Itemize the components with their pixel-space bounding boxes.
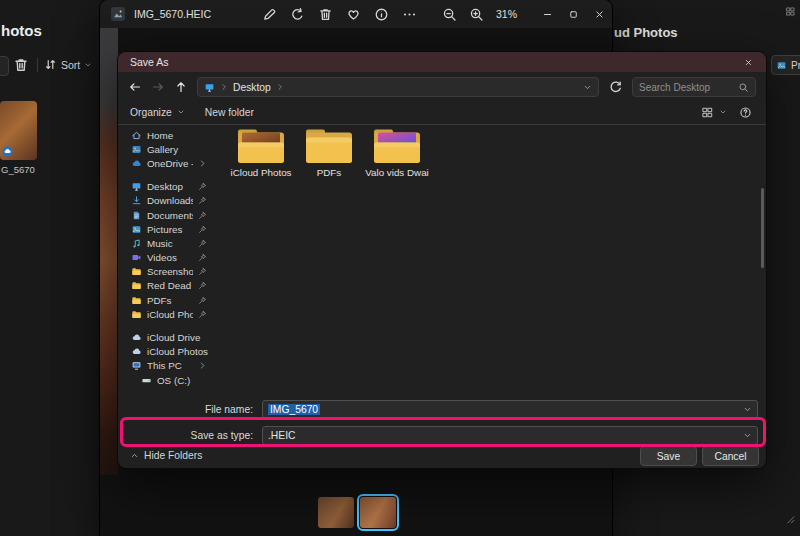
viewer-titlebar[interactable]: IMG_5670.HEIC 31% — [100, 0, 612, 28]
delete-icon[interactable] — [318, 7, 333, 22]
sidebar-item-icloud-drive[interactable]: iCloud Drive — [118, 330, 212, 344]
forward-icon[interactable] — [151, 80, 165, 94]
desktop-icon — [131, 181, 142, 192]
file-name-input[interactable]: IMG_5670 — [262, 400, 758, 419]
refresh-icon[interactable] — [608, 80, 623, 95]
sidebar-item-music[interactable]: Music — [118, 236, 212, 250]
file-tile-valo-vids-dwai[interactable]: Valo vids Dwai — [360, 127, 434, 178]
sidebar-item-label: iCloud Photos — [147, 346, 212, 357]
folder-icon — [292, 127, 366, 165]
resize-grip-icon[interactable] — [783, 512, 797, 526]
new-folder-button[interactable]: New folder — [205, 107, 254, 118]
cancel-button[interactable]: Cancel — [702, 446, 759, 466]
folder-icon — [224, 127, 298, 165]
sidebar-item-pictures[interactable]: Pictures — [118, 222, 212, 236]
sidebar-item-icloud-photos[interactable]: iCloud Photos — [118, 307, 212, 321]
pin-icon — [198, 239, 207, 248]
file-tile-pdfs[interactable]: PDFs — [292, 127, 366, 178]
maximize-icon — [568, 9, 579, 20]
save-as-type-value: .HEIC — [268, 430, 295, 441]
folder-icon — [131, 266, 142, 277]
chevron-down-icon[interactable] — [743, 431, 752, 440]
sidebar-item-videos[interactable]: Videos — [118, 251, 212, 265]
address-bar[interactable]: Desktop — [197, 77, 599, 97]
save-as-type-select[interactable]: .HEIC — [262, 426, 758, 445]
chevron-right-icon — [198, 361, 207, 370]
pin-icon — [198, 211, 207, 220]
rotate-icon[interactable] — [290, 7, 305, 22]
search-input[interactable]: Search Desktop — [632, 77, 756, 97]
sort-arrows-icon — [44, 58, 57, 71]
gallery-thumbnail[interactable] — [0, 101, 37, 160]
delete-icon[interactable] — [13, 57, 29, 73]
file-tile-icloud-photos[interactable]: iCloud Photos — [224, 127, 298, 178]
sidebar-item-downloads[interactable]: Downloads — [118, 194, 212, 208]
edit-icon[interactable] — [262, 7, 277, 22]
pin-icon — [198, 296, 207, 305]
pin-icon — [198, 267, 207, 276]
sidebar-item-documents[interactable]: Documents — [118, 208, 212, 222]
close-button[interactable] — [586, 0, 612, 28]
save-as-type-label: Save as type: — [118, 430, 262, 441]
help-icon[interactable] — [739, 106, 752, 119]
icloud-icon — [131, 346, 142, 357]
sidebar-item-home[interactable]: Home — [118, 128, 212, 142]
grid-icon[interactable] — [785, 6, 796, 17]
preview-button-partial[interactable]: Pre — [771, 55, 800, 75]
view-options-button[interactable] — [701, 106, 727, 119]
chevron-down-icon[interactable] — [583, 83, 592, 92]
videos-icon — [131, 252, 142, 263]
favorite-heart-icon[interactable] — [346, 7, 361, 22]
dialog-body: HomeGalleryOneDrive - PersoDesktopDownlo… — [118, 123, 766, 395]
sidebar-item-label: Music — [147, 238, 193, 249]
save-as-dialog: Save As Desktop Search Desktop Organize — [118, 52, 766, 468]
dialog-close-button[interactable] — [730, 52, 766, 72]
chevron-down-icon — [177, 108, 185, 116]
organize-button[interactable]: Organize — [130, 107, 185, 118]
sidebar-item-red-dead-redemp[interactable]: Red Dead Redemp — [118, 279, 212, 293]
sidebar-item-icloud-photos[interactable]: iCloud Photos — [118, 345, 212, 359]
sidebar-item-label: Screenshots — [147, 266, 193, 277]
filmstrip-thumb[interactable] — [318, 497, 354, 528]
minimize-button[interactable] — [534, 0, 560, 28]
zoom-level[interactable]: 31% — [496, 8, 517, 20]
zoom-out-icon[interactable] — [442, 7, 457, 22]
save-button[interactable]: Save — [640, 446, 697, 466]
breadcrumb-desktop[interactable]: Desktop — [233, 82, 271, 93]
sidebar-item-label: Downloads — [147, 195, 193, 206]
viewer-title: IMG_5670.HEIC — [134, 8, 211, 20]
sidebar-item-desktop[interactable]: Desktop — [118, 180, 212, 194]
maximize-button[interactable] — [560, 0, 586, 28]
info-icon[interactable] — [374, 7, 389, 22]
desktop-icon — [204, 82, 215, 93]
folder-icon — [131, 309, 142, 320]
sidebar-item-label: iCloud Drive — [147, 332, 212, 343]
up-icon[interactable] — [174, 80, 188, 94]
zoom-in-icon[interactable] — [469, 7, 484, 22]
dialog-titlebar[interactable]: Save As — [118, 52, 766, 72]
home-icon — [131, 130, 142, 141]
sidebar-item-pdfs[interactable]: PDFs — [118, 293, 212, 307]
photos-app-icon — [110, 6, 126, 22]
preview-label: Pre — [791, 60, 800, 71]
sidebar-item-label: Gallery — [147, 144, 212, 155]
chevron-down-icon[interactable] — [743, 405, 752, 414]
chevron-right-icon[interactable] — [276, 83, 284, 91]
partial-toolbar-button[interactable] — [0, 56, 9, 76]
sidebar-item-os-c[interactable]: OS (C:) — [118, 373, 212, 387]
sidebar-item-gallery[interactable]: Gallery — [118, 142, 212, 156]
sidebar-item-onedrive-perso[interactable]: OneDrive - Perso — [118, 156, 212, 170]
filmstrip-thumb-selected[interactable] — [360, 497, 396, 528]
onedrive-icon — [131, 158, 142, 169]
sort-button[interactable]: Sort — [44, 55, 92, 74]
more-options-icon[interactable] — [402, 7, 417, 22]
hide-folders-button[interactable]: Hide Folders — [130, 450, 202, 461]
sidebar-item-label: Red Dead Redemp — [147, 280, 193, 291]
pin-icon — [198, 196, 207, 205]
sidebar-item-this-pc[interactable]: This PC — [118, 359, 212, 373]
sidebar-item-screenshots[interactable]: Screenshots — [118, 265, 212, 279]
open-photo-partial — [100, 28, 118, 475]
back-icon[interactable] — [128, 80, 142, 94]
sidebar-item-label: OneDrive - Perso — [147, 158, 193, 169]
chevron-right-icon — [220, 83, 228, 91]
